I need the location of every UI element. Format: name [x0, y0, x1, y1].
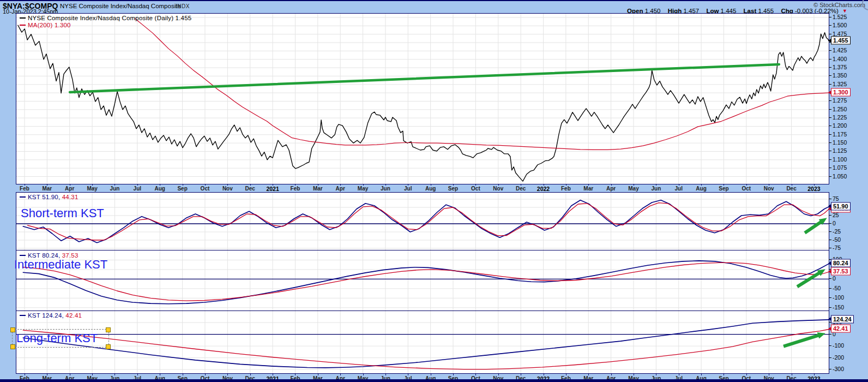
y-axis-tick-label: 1.275 — [833, 97, 847, 104]
bottom-border — [0, 379, 868, 382]
main-chart-legend: NYSE Composite Index/Nasdaq Composite (D… — [20, 15, 191, 21]
x-axis-month-label: Nov — [222, 186, 233, 192]
y-axis-tick — [829, 199, 831, 199]
y-axis-tick — [829, 50, 831, 51]
x-axis-month-label: Aug — [425, 186, 436, 192]
x-axis-months-top: FebMarAprMayJunJulAugSepOctNovDec2021Feb… — [0, 184, 868, 193]
y-axis-tick — [829, 151, 831, 151]
x-axis-month-label: Feb — [20, 186, 29, 192]
y-axis-tick — [829, 369, 831, 369]
kst-line-swatch — [20, 255, 26, 256]
y-axis-tick-label: 1.200 — [833, 122, 847, 129]
last-value-tag: 1.455 — [831, 37, 851, 45]
x-axis-month-label: Apr — [65, 186, 74, 192]
y-axis-tick-label: 0 — [833, 220, 836, 226]
y-axis-tick-label: -50 — [833, 236, 841, 243]
x-axis-month-label: Jul — [134, 186, 141, 192]
selection-handle[interactable] — [10, 344, 15, 349]
y-axis-tick-label: -100 — [833, 342, 844, 349]
x-axis-month-label: Dec — [516, 186, 526, 192]
x-axis-month-label: Jul — [674, 186, 682, 192]
x-axis-month-label: Aug — [696, 186, 706, 192]
y-axis-tick — [829, 109, 831, 110]
kst-signal-line — [23, 330, 829, 369]
y-axis-tick-label: 1.400 — [833, 56, 847, 62]
ma200-line — [135, 19, 829, 150]
long-term-kst-panel[interactable] — [16, 311, 829, 374]
ma-legend: MA(200) 1.300 — [20, 22, 71, 28]
kst-signal-value: 42.41 — [65, 312, 82, 319]
ticker-name: NYSE Composite Index/Nasdaq Composite — [60, 3, 181, 9]
long-kst-legend: KST 124.24, 42.41 — [20, 312, 82, 319]
ma-legend-text: MA(200) 1.300 — [28, 22, 71, 28]
main-chart-panel[interactable] — [16, 13, 829, 184]
tag-notch-icon — [828, 317, 831, 321]
y-axis-tick-label: -150 — [833, 304, 844, 311]
y-axis-tick-label: 1.500 — [833, 22, 847, 28]
kst_intermediate-plot — [16, 250, 829, 311]
kst-signal-line — [23, 262, 829, 301]
last-value-tag: 80.24 — [831, 259, 851, 267]
kst-line — [23, 261, 829, 304]
y-axis-tick — [829, 159, 831, 160]
y-axis-tick-label: 1.425 — [833, 47, 847, 53]
down-triangle-icon: ▼ — [842, 8, 847, 14]
short-kst-legend: KST 51.90, 44.31 — [20, 194, 79, 200]
green-trendline[interactable] — [70, 64, 779, 92]
kst-signal-value: 44.31 — [62, 194, 79, 200]
last-value-tag: 51.90 — [831, 202, 851, 210]
y-axis-tick-label: 0 — [833, 275, 836, 282]
corner-widget-icon[interactable] — [862, 0, 868, 10]
annotation-selection-box[interactable] — [12, 329, 109, 348]
y-axis-tick — [829, 345, 831, 346]
annotation-label-intermediate-kst[interactable]: Intermediate KST — [14, 258, 107, 272]
tag-notch-icon — [828, 90, 831, 94]
x-axis-month-label: Feb — [291, 186, 300, 192]
y-axis-tick — [829, 126, 831, 126]
x-axis-month-label: Jul — [404, 186, 412, 192]
y-axis-tick — [829, 142, 831, 143]
last-value-tag: 124.24 — [831, 315, 854, 323]
y-axis-tick-label: 1.350 — [833, 72, 847, 79]
y-axis-tick — [829, 334, 831, 335]
x-axis-month-label: Mar — [42, 186, 52, 192]
main-legend-text: NYSE Composite Index/Nasdaq Composite (D… — [28, 15, 191, 21]
green-arrow-head[interactable] — [817, 332, 825, 338]
x-axis-month-label: Oct — [471, 186, 480, 192]
annotation-label-short-term-kst[interactable]: Short-term KST — [21, 206, 104, 220]
x-axis-month-label: May — [358, 186, 368, 192]
selection-handle[interactable] — [106, 344, 111, 349]
x-axis-month-label: Feb — [561, 186, 571, 192]
y-axis-tick-label: -200 — [833, 354, 844, 361]
y-axis-tick — [829, 223, 831, 224]
selection-handle[interactable] — [106, 327, 111, 332]
y-axis-tick — [829, 67, 831, 68]
y-axis-tick — [829, 297, 831, 298]
x-axis-month-label: May — [628, 186, 638, 192]
last-value-tag: 1.300 — [831, 88, 851, 97]
green-arrow-shaft[interactable] — [805, 222, 822, 233]
y-axis-tick-label: -25 — [833, 228, 841, 235]
short-term-kst-panel[interactable] — [16, 192, 829, 250]
stockcharts-workbench: $NYA:$COMPQ NYSE Composite Index/Nasdaq … — [0, 0, 868, 382]
price-line-swatch — [20, 17, 26, 19]
y-axis-tick-label: 1.050 — [833, 173, 847, 180]
kst-value: KST 51.90, — [28, 194, 60, 200]
y-axis-tick — [829, 34, 831, 34]
kst-line-swatch — [20, 196, 26, 198]
intermediate-kst-panel[interactable] — [16, 250, 829, 311]
x-axis-month-label: Apr — [606, 186, 616, 192]
y-axis-tick — [829, 240, 831, 240]
x-axis-month-label: Sep — [719, 186, 728, 192]
y-axis-tick — [829, 215, 831, 216]
x-axis-month-label: Oct — [742, 186, 751, 192]
y-axis-tick-label: -300 — [833, 366, 844, 372]
y-axis-tick-label: 1.150 — [833, 139, 847, 146]
kst-line — [23, 200, 829, 243]
last-value-tag: 42.41 — [831, 325, 851, 333]
y-axis-tick — [829, 134, 831, 135]
ticker-exchange: INDX — [176, 3, 190, 9]
green-arrow-shaft[interactable] — [797, 273, 820, 287]
y-axis-tick-label: 1.250 — [833, 106, 847, 112]
selection-handle[interactable] — [10, 327, 15, 332]
